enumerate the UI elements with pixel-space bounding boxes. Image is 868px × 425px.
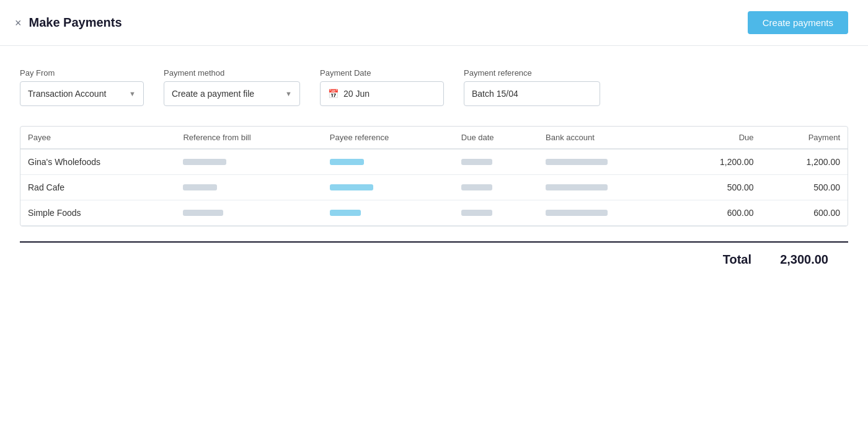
col-header-payment: Payment — [761, 127, 848, 149]
payment-method-value: Create a payment file — [172, 89, 254, 99]
cell-payee: Gina's Wholefoods — [20, 149, 175, 175]
cell-payee-reference — [322, 149, 454, 175]
payment-date-field: Payment Date 📅 20 Jun — [320, 68, 444, 106]
payment-date-value: 20 Jun — [343, 89, 370, 99]
header: × Make Payments Create payments — [0, 0, 868, 46]
payment-reference-input[interactable]: Batch 15/04 — [464, 81, 600, 106]
cell-due-amount: 1,200.00 — [675, 149, 761, 175]
payment-date-label: Payment Date — [320, 68, 444, 78]
cell-payee: Simple Foods — [20, 200, 175, 226]
cell-payee: Rad Cafe — [20, 175, 175, 200]
cell-bank-account — [538, 149, 675, 175]
calendar-icon: 📅 — [328, 89, 339, 99]
col-header-due: Due — [675, 127, 761, 149]
cell-reference-from-bill — [175, 175, 322, 200]
table-bordered-container: Payee Reference from bill Payee referenc… — [20, 126, 848, 226]
cell-due-date — [454, 200, 538, 226]
pay-from-field: Pay From Transaction Account ▼ — [20, 68, 144, 106]
table-row: Rad Cafe500.00500.00 — [20, 175, 848, 200]
cell-due-amount: 600.00 — [675, 200, 761, 226]
cell-payment-amount: 1,200.00 — [761, 149, 848, 175]
payment-reference-label: Payment reference — [464, 68, 600, 78]
payment-method-dropdown-arrow: ▼ — [285, 90, 292, 97]
page-container: × Make Payments Create payments Pay From… — [0, 0, 868, 425]
cell-bank-account — [538, 200, 675, 226]
total-row: Total 2,300.00 — [20, 241, 848, 277]
page-title: Make Payments — [29, 16, 122, 30]
cell-reference-from-bill — [175, 200, 322, 226]
table-header: Payee Reference from bill Payee referenc… — [20, 127, 848, 149]
col-header-due-date: Due date — [454, 127, 538, 149]
table-row: Simple Foods600.00600.00 — [20, 200, 848, 226]
payment-date-input[interactable]: 📅 20 Jun — [320, 81, 444, 106]
total-label: Total — [723, 253, 751, 267]
table-section: Payee Reference from bill Payee referenc… — [0, 121, 868, 241]
col-header-reference-from-bill: Reference from bill — [175, 127, 322, 149]
table-body: Gina's Wholefoods1,200.001,200.00Rad Caf… — [20, 149, 848, 226]
payments-table: Payee Reference from bill Payee referenc… — [20, 127, 848, 226]
payment-method-field: Payment method Create a payment file ▼ — [164, 68, 300, 106]
payment-method-select[interactable]: Create a payment file ▼ — [164, 81, 300, 106]
pay-from-value: Transaction Account — [28, 89, 106, 99]
cell-due-date — [454, 149, 538, 175]
pay-from-dropdown-arrow: ▼ — [129, 90, 136, 97]
cell-payment-amount: 500.00 — [761, 175, 848, 200]
create-payments-button[interactable]: Create payments — [748, 11, 848, 34]
cell-payee-reference — [322, 175, 454, 200]
payment-method-label: Payment method — [164, 68, 300, 78]
col-header-bank-account: Bank account — [538, 127, 675, 149]
form-section: Pay From Transaction Account ▼ Payment m… — [0, 46, 868, 121]
col-header-payee-reference: Payee reference — [322, 127, 454, 149]
close-icon[interactable]: × — [15, 17, 22, 29]
table-row: Gina's Wholefoods1,200.001,200.00 — [20, 149, 848, 175]
pay-from-label: Pay From — [20, 68, 144, 78]
payment-reference-value: Batch 15/04 — [472, 89, 518, 99]
cell-reference-from-bill — [175, 149, 322, 175]
header-left: × Make Payments — [15, 16, 122, 30]
cell-due-date — [454, 175, 538, 200]
table-header-row: Payee Reference from bill Payee referenc… — [20, 127, 848, 149]
col-header-payee: Payee — [20, 127, 175, 149]
total-value: 2,300.00 — [766, 253, 828, 267]
cell-payee-reference — [322, 200, 454, 226]
cell-due-amount: 500.00 — [675, 175, 761, 200]
cell-bank-account — [538, 175, 675, 200]
cell-payment-amount: 600.00 — [761, 200, 848, 226]
payment-reference-field: Payment reference Batch 15/04 — [464, 68, 600, 106]
pay-from-select[interactable]: Transaction Account ▼ — [20, 81, 144, 106]
